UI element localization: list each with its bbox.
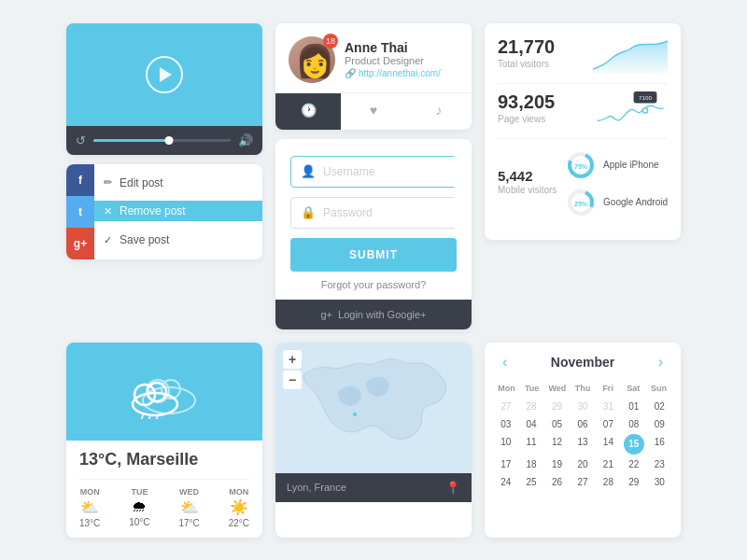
edit-icon: ✏ (104, 176, 112, 189)
calendar-day[interactable]: 27 (571, 474, 594, 490)
twitter-button[interactable]: t (66, 196, 94, 228)
login-form: 👤 🔒 SUBMIT Forgot your password? g+ Logi… (275, 139, 472, 329)
video-controls: ↺ 🔊 (66, 126, 262, 155)
zoom-out-button[interactable]: − (283, 371, 302, 389)
save-post-item[interactable]: ✓ Save post (104, 231, 253, 248)
weather-cloud-svg (122, 363, 206, 419)
forgot-password-link[interactable]: Forgot your password? (290, 279, 457, 290)
svg-text:75%: 75% (574, 163, 588, 170)
calendar-day[interactable]: 08 (622, 416, 645, 432)
svg-text:25%: 25% (574, 201, 588, 207)
main-container: ↺ 🔊 f t g+ ✏ Edit post ✕ (49, 7, 698, 554)
calendar-day[interactable]: 30 (648, 474, 671, 490)
calendar-day[interactable]: 06 (571, 416, 594, 432)
calendar-day[interactable]: 04 (519, 416, 543, 432)
facebook-button[interactable]: f (66, 164, 94, 196)
username-input[interactable] (323, 157, 463, 187)
weather-info: 13°C, Marseille MON ⛅ 13°C TUE 🌧 10°C WE… (66, 441, 262, 538)
calendar-day[interactable]: 15 (624, 434, 644, 455)
day-header-sat: Sat (621, 382, 646, 395)
edit-post-item[interactable]: ✏ Edit post (104, 175, 253, 191)
password-input[interactable] (323, 198, 463, 228)
context-menu: ✏ Edit post ✕ Remove post ✓ Save post (94, 164, 262, 259)
mobile-label: Mobile visitors (498, 185, 557, 195)
progress-fill (93, 139, 169, 142)
map-location-label: Lyon, France (287, 482, 346, 493)
check-icon: ✓ (104, 234, 112, 246)
progress-dot (164, 136, 173, 145)
calendar-day[interactable]: 25 (519, 474, 543, 490)
play-button[interactable] (146, 56, 183, 93)
svg-point-18 (353, 413, 357, 416)
tab-recent[interactable]: 🕐 (275, 93, 341, 130)
calendar-day[interactable]: 29 (622, 474, 645, 490)
calendar-prev-button[interactable]: ‹ (498, 352, 512, 372)
map-card: + − Lyon, France 📍 (275, 343, 472, 538)
volume-icon[interactable]: 🔊 (238, 133, 253, 147)
calendar-day[interactable]: 16 (648, 434, 671, 455)
map-svg (285, 347, 462, 469)
svg-line-15 (141, 415, 143, 419)
weather-icon-area (66, 343, 262, 441)
calendar-day-headers: Mon Tue Wed Thu Fri Sat Sun (494, 382, 671, 395)
calendar-day[interactable]: 27 (494, 399, 517, 414)
calendar-day[interactable]: 24 (494, 474, 517, 490)
user-icon: 👤 (301, 164, 316, 178)
forecast-mon2: MON ☀️ 22°C (229, 487, 249, 528)
profile-card: 18 Anne Thai Product Designer 🔗 http://a… (275, 23, 472, 130)
tab-favorites[interactable]: ♥ (341, 93, 406, 130)
google-login-button[interactable]: g+ Login with Google+ (275, 300, 472, 329)
map-body: + − (275, 343, 472, 473)
profile-header: 18 Anne Thai Product Designer 🔗 http://a… (275, 23, 472, 92)
calendar-day[interactable]: 26 (545, 474, 569, 490)
calendar-day[interactable]: 28 (519, 399, 543, 414)
day-header-sun: Sun (646, 382, 671, 395)
calendar-header: ‹ November › (485, 343, 681, 382)
calendar-day[interactable]: 01 (622, 399, 645, 414)
progress-bar[interactable] (93, 139, 231, 142)
calendar-day[interactable]: 13 (571, 434, 594, 455)
video-preview (66, 23, 262, 126)
calendar-day[interactable]: 22 (622, 456, 645, 472)
calendar-day[interactable]: 07 (597, 416, 620, 432)
calendar-day[interactable]: 23 (648, 456, 671, 472)
calendar-day[interactable]: 14 (597, 434, 620, 455)
calendar-day[interactable]: 29 (545, 399, 569, 414)
remove-post-item[interactable]: ✕ Remove post (94, 201, 262, 221)
calendar-day[interactable]: 19 (545, 456, 569, 472)
calendar-day[interactable]: 20 (571, 456, 594, 472)
calendar-month-title: November (551, 355, 614, 370)
tab-music[interactable]: ♪ (406, 93, 472, 130)
forecast-wed: WED ⛅ 17°C (178, 487, 199, 528)
calendar-day[interactable]: 17 (494, 456, 517, 472)
weather-temp: 13°C, Marseille (79, 450, 249, 469)
pageviews-count: 93,205 (498, 91, 555, 113)
calendar-day[interactable]: 30 (571, 399, 594, 414)
calendar-day[interactable]: 10 (494, 434, 517, 455)
repeat-icon[interactable]: ↺ (76, 133, 86, 147)
calendar-next-button[interactable]: › (654, 352, 668, 372)
calendar-day[interactable]: 05 (545, 416, 569, 432)
zoom-in-button[interactable]: + (283, 350, 302, 369)
google-icon: g+ (320, 309, 332, 320)
remove-icon: ✕ (104, 205, 112, 217)
calendar-day[interactable]: 03 (494, 416, 517, 432)
svg-text:7100: 7100 (639, 93, 652, 100)
visitors-count: 21,770 (498, 36, 555, 58)
calendar-day[interactable]: 11 (519, 434, 543, 455)
calendar-day[interactable]: 31 (597, 399, 620, 414)
calendar-day[interactable]: 09 (648, 416, 671, 432)
calendar-grid: Mon Tue Wed Thu Fri Sat Sun 272829303101… (485, 382, 681, 499)
profile-name: Anne Thai (345, 40, 441, 55)
googleplus-button[interactable]: g+ (66, 228, 94, 259)
profile-link[interactable]: 🔗 http://annethai.com/ (345, 68, 441, 78)
calendar-day[interactable]: 18 (519, 456, 543, 472)
map-footer: Lyon, France 📍 (275, 473, 472, 502)
calendar-day[interactable]: 28 (597, 474, 620, 490)
submit-button[interactable]: SUBMIT (290, 238, 457, 272)
calendar-day[interactable]: 12 (545, 434, 569, 455)
avatar-wrap: 18 (289, 36, 335, 83)
pageviews-stat: 93,205 Page views 7100 (498, 91, 668, 129)
calendar-day[interactable]: 21 (597, 456, 620, 472)
calendar-day[interactable]: 02 (648, 399, 671, 414)
